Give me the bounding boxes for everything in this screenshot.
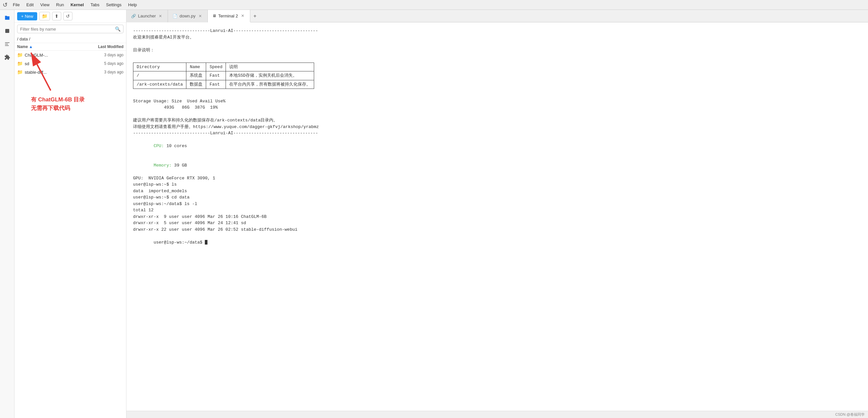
tab-close-downpy[interactable]: ✕ [197, 13, 203, 19]
list-item[interactable]: 📁 stable-diff... 3 days ago [14, 68, 126, 76]
new-tab-button[interactable]: + [250, 11, 260, 21]
table-header-speed: Speed [206, 63, 226, 71]
upload-file-button[interactable]: ⬆ [52, 12, 61, 21]
col-name-header[interactable]: Name ▲ [17, 44, 91, 49]
menu-help[interactable]: Help [125, 2, 140, 8]
terminal-tab-icon: 🖥 [212, 13, 216, 18]
menu-view[interactable]: View [37, 2, 52, 8]
table-cell-speed: Fast [206, 71, 226, 80]
svg-rect-2 [5, 44, 8, 44]
menu-settings[interactable]: Settings [103, 2, 124, 8]
downpy-tab-icon: 📄 [173, 14, 178, 19]
tab-terminal2[interactable]: 🖥 Terminal 2 ✕ [208, 10, 250, 22]
table-cell-dir: / [133, 71, 186, 80]
stop-icon[interactable] [2, 26, 12, 36]
table-of-contents-icon[interactable] [2, 39, 12, 50]
svg-rect-0 [5, 29, 9, 33]
memory-line: Memory: 39 GB [133, 156, 861, 175]
file-toolbar: + New 📁 ⬆ ↺ [14, 10, 126, 23]
memory-label: Memory: [153, 163, 172, 168]
storage-values: 493G 86G 387G 19% [133, 104, 861, 111]
table-cell-speed: Fast [206, 80, 226, 89]
cmd-ls-l: user@lsp-ws:~/data$ ls -l [133, 201, 861, 207]
menu-run[interactable]: Run [53, 2, 66, 8]
cpu-value: 10 cores [164, 143, 187, 149]
menu-tabs[interactable]: Tabs [88, 2, 102, 8]
breadcrumb: / data / [14, 35, 126, 43]
menu-kernel[interactable]: Kernel [68, 2, 86, 8]
tab-close-terminal2[interactable]: ✕ [240, 13, 245, 19]
file-name: sd [25, 61, 91, 66]
terminal-cursor [205, 240, 208, 245]
new-button[interactable]: + New [17, 12, 37, 21]
table-row: /ark-contexts/data 数据盘 Fast 在平台内共享，所有数据将… [133, 80, 314, 89]
extensions-icon[interactable] [2, 52, 12, 63]
menu-file[interactable]: File [10, 2, 22, 8]
list-item[interactable]: 📁 ChatGLM-... 3 days ago [14, 51, 126, 59]
search-box: 🔍 [17, 25, 123, 33]
menu-edit[interactable]: Edit [24, 2, 36, 8]
gpu-line: GPU: NVIDIA GeForce RTX 3090, 1 [133, 175, 861, 182]
dir-sd: drwxr-xr-x 5 user user 4096 Mar 24 12:41… [133, 220, 861, 226]
status-text: CSDN @卷福同学 [835, 412, 865, 417]
prompt-line: user@lsp-ws:~/data$ [133, 233, 861, 252]
svg-rect-3 [5, 45, 8, 46]
file-name: stable-diff... [25, 70, 91, 75]
ls-output: data imported_models [133, 188, 861, 195]
icon-bar [0, 10, 14, 418]
list-item[interactable]: 📁 sd 5 days ago [14, 59, 126, 68]
cpu-line: CPU: 10 cores [133, 137, 861, 156]
separator-line-2: ------------------------------Lanrui-AI-… [133, 130, 861, 137]
welcome-line: 欢迎来到揽睿星舟AI开发平台。 [133, 34, 861, 41]
docs-line: 详细使用文档请查看用户手册。https://www.yuque.com/dagg… [133, 124, 861, 130]
folder-icon: 📁 [17, 69, 23, 75]
memory-value: 39 GB [172, 163, 187, 168]
tab-label: Terminal 2 [218, 13, 238, 19]
tab-bar: 🔗 Launcher ✕ 📄 down.py ✕ 🖥 Terminal 2 ✕ … [126, 10, 868, 22]
right-panel: 🔗 Launcher ✕ 📄 down.py ✕ 🖥 Terminal 2 ✕ … [126, 10, 868, 418]
cpu-label: CPU: [153, 143, 164, 149]
cmd-ls: user@lsp-ws:~$ ls [133, 181, 861, 188]
table-cell-desc: 本地SSD存储，实例关机后会消失。 [226, 71, 314, 80]
total-line: total 12 [133, 207, 861, 214]
storage-label: Storage Usage: Size Used Avail Use% [133, 98, 861, 105]
table-header-desc: 说明 [226, 63, 314, 71]
folder-icon: 📁 [17, 61, 23, 66]
file-date: 3 days ago [91, 53, 123, 57]
search-input[interactable] [20, 27, 115, 32]
table-header-dir: Directory [133, 63, 186, 71]
logo-icon: ↺ [3, 1, 7, 8]
upload-folder-button[interactable]: 📁 [39, 12, 50, 21]
search-icon: 🔍 [115, 26, 121, 32]
tab-label: down.py [180, 13, 195, 19]
table-row: / 系统盘 Fast 本地SSD存储，实例关机后会消失。 [133, 71, 314, 80]
launcher-tab-icon: 🔗 [131, 14, 136, 19]
col-date-header: Last Modified [91, 44, 123, 49]
file-name: ChatGLM-... [25, 53, 91, 58]
table-header-name: Name [186, 63, 206, 71]
tab-label: Launcher [138, 13, 156, 19]
dir-chatglm: drwxr-xr-x 9 user user 4096 Mar 26 10:16… [133, 214, 861, 220]
tab-close-launcher[interactable]: ✕ [158, 13, 163, 19]
table-cell-name: 数据盘 [186, 80, 206, 89]
dir-stable-diffusion: drwxr-xr-x 22 user user 4096 Mar 26 02:5… [133, 226, 861, 233]
tab-downpy[interactable]: 📄 down.py ✕ [168, 10, 208, 22]
refresh-button[interactable]: ↺ [63, 12, 72, 21]
table-cell-name: 系统盘 [186, 71, 206, 80]
terminal-output[interactable]: ------------------------------Lanrui-AI-… [126, 22, 868, 411]
file-panel: + New 📁 ⬆ ↺ 🔍 / data / Name ▲ Last Modif… [14, 10, 126, 418]
folder-icon: 📁 [17, 52, 23, 58]
file-list-header: Name ▲ Last Modified [14, 43, 126, 51]
cmd-cd: user@lsp-ws:~$ cd data [133, 194, 861, 201]
svg-rect-1 [5, 42, 9, 43]
files-icon[interactable] [2, 12, 12, 23]
status-bar: CSDN @卷福同学 [126, 411, 868, 418]
dir-label: 目录说明： [133, 47, 861, 54]
tab-launcher[interactable]: 🔗 Launcher ✕ [126, 10, 168, 22]
file-date: 5 days ago [91, 61, 123, 66]
menubar: ↺ File Edit View Run Kernel Tabs Setting… [0, 0, 868, 10]
table-cell-desc: 在平台内共享，所有数据将被持久化保存。 [226, 80, 314, 89]
directory-table: Directory Name Speed 说明 / 系统盘 Fast 本地SSD… [133, 63, 314, 89]
advice-line: 建议用户将需要共享和持久化的数据保存在/ark-contexts/data目录内… [133, 117, 861, 124]
file-date: 3 days ago [91, 70, 123, 74]
